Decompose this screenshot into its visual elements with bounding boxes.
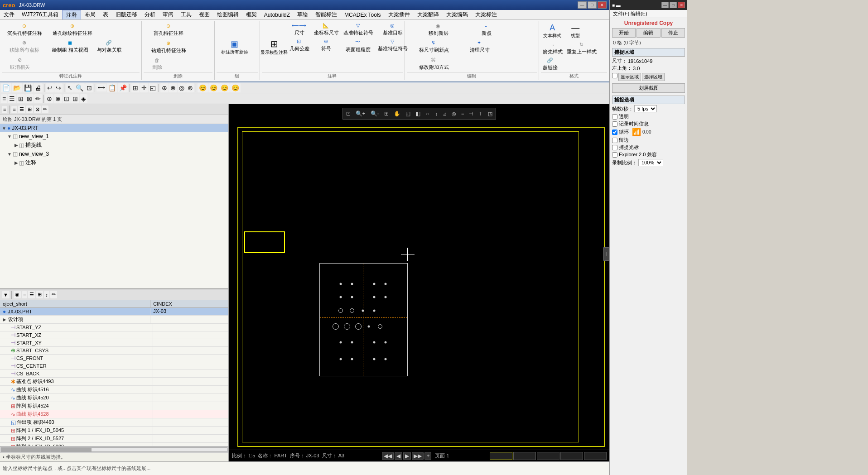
tb-more2[interactable]: ⊗ bbox=[169, 83, 177, 92]
menu-file[interactable]: 文件 bbox=[0, 10, 18, 19]
table-row-start-yz[interactable]: ⊣ START_YZ bbox=[0, 324, 228, 331]
btn-through-thread[interactable]: ⊕ 通孔螺纹特征注释 bbox=[48, 22, 97, 38]
table-row-cs-back[interactable]: ⊣ CS_BACK bbox=[0, 370, 228, 378]
tb-undo[interactable]: ↩ bbox=[46, 83, 54, 92]
fps-select[interactable]: 5 fps bbox=[634, 105, 657, 112]
canvas-btn-dim8[interactable]: ◳ bbox=[486, 109, 495, 118]
menu-review[interactable]: 审阅 bbox=[159, 10, 177, 19]
tb2-list1[interactable]: ≡ bbox=[1, 94, 7, 103]
canvas-btn-dim7[interactable]: ⊤ bbox=[476, 109, 485, 118]
tb-more3[interactable]: ◎ bbox=[178, 83, 186, 92]
canvas-btn-dim3[interactable]: ⊿ bbox=[440, 109, 449, 118]
tb-zoom-in[interactable]: 🔍 bbox=[74, 83, 85, 92]
tb-smiley4[interactable]: 😊 bbox=[230, 83, 241, 92]
canvas-btn-dim1[interactable]: ↔ bbox=[423, 109, 433, 118]
table-row-start-csys[interactable]: ⊕ START_CSYS bbox=[0, 347, 228, 355]
btn-line-type[interactable]: —线型 bbox=[564, 22, 587, 40]
ptb2-list4[interactable]: ⊞ bbox=[36, 291, 43, 298]
ptb2-icon1[interactable]: ▼ bbox=[2, 291, 10, 298]
btn-show-model-annot[interactable]: ⊞ 显示模型注释 bbox=[262, 22, 287, 72]
btn-cleanup-dim[interactable]: ✦清理尺寸 bbox=[462, 38, 498, 55]
thumb-4[interactable] bbox=[560, 452, 583, 460]
btn-draw-group[interactable]: ◼ 绘制组 相关视图 bbox=[48, 38, 93, 55]
tb2-list5[interactable]: ✏ bbox=[34, 94, 42, 103]
tb2-list3[interactable]: ⊞ bbox=[17, 94, 25, 103]
close-btn[interactable]: ✕ bbox=[598, 1, 607, 9]
menu-frame[interactable]: 框架 bbox=[242, 10, 260, 19]
ptb-icon1[interactable]: ≡ bbox=[2, 106, 7, 113]
tree-arrow-design[interactable]: ▶ bbox=[3, 317, 6, 322]
menu-autobuildz[interactable]: AutobuildZ bbox=[260, 11, 294, 19]
canvas-btn-zoomin[interactable]: 🔍+ bbox=[353, 109, 368, 118]
btn-new-point[interactable]: •新点 bbox=[471, 22, 502, 38]
table-row-start-xy[interactable]: ⊣ START_XY bbox=[0, 339, 228, 347]
tb2-more1[interactable]: ⊕ bbox=[45, 94, 53, 103]
tree-item-jx03prt[interactable]: ▼ ● JX-03.PRT bbox=[0, 124, 228, 132]
border-cb[interactable] bbox=[612, 138, 617, 143]
table-row-arr2[interactable]: ⊞ 阵列 2 / IFX_ID_5527 bbox=[0, 435, 228, 443]
page-prev-btn[interactable]: ◀ bbox=[395, 452, 402, 460]
mini-menu-file[interactable]: 文件(F) 编辑(E) bbox=[610, 10, 650, 18]
ptb-edit[interactable]: ✏ bbox=[42, 106, 48, 113]
log-cb[interactable] bbox=[612, 121, 617, 127]
menu-migrate[interactable]: 旧版迁移 bbox=[112, 10, 141, 19]
mini-close-btn[interactable]: ✕ bbox=[678, 2, 685, 8]
thumb-5[interactable] bbox=[584, 452, 607, 460]
ptb-list2[interactable]: ☰ bbox=[18, 106, 25, 113]
canvas-btn-zoomout[interactable]: 🔍- bbox=[368, 109, 381, 118]
canvas-btn-dim4[interactable]: ◎ bbox=[449, 109, 458, 118]
page-next-btn[interactable]: ▶ bbox=[403, 452, 411, 460]
transparent-cb[interactable] bbox=[612, 114, 617, 120]
ptb2-list2[interactable]: ≡ bbox=[22, 291, 27, 298]
tree-item-new-view-1[interactable]: ▼ ◫ new_view_1 bbox=[0, 132, 228, 140]
menu-layout[interactable]: 布局 bbox=[81, 10, 99, 19]
btn-datum-target[interactable]: ◎基准目标 bbox=[376, 22, 410, 37]
btn-start[interactable]: 开始 bbox=[612, 28, 636, 38]
canvas-btn-dim6[interactable]: ⊣ bbox=[467, 109, 476, 118]
thumb-1[interactable] bbox=[490, 452, 512, 460]
select-area-btn[interactable]: 选择区域 bbox=[642, 73, 665, 81]
menu-beam-code[interactable]: 大梁编码 bbox=[443, 10, 472, 19]
table-row-cs-front[interactable]: ⊣ CS_FRONT bbox=[0, 355, 228, 362]
thumb-2[interactable] bbox=[513, 452, 536, 460]
mini-min-btn[interactable]: — bbox=[661, 2, 669, 8]
canvas-btn-zoomfit[interactable]: ⊡ bbox=[344, 109, 353, 118]
tb-new[interactable]: 📄 bbox=[1, 83, 11, 92]
tb2-more4[interactable]: ⊞ bbox=[71, 94, 79, 103]
table-row-curve-4520[interactable]: ∿ 曲线 标识4520 bbox=[0, 394, 228, 402]
btn-blind-hole[interactable]: ⊙ 盲孔特征注释 bbox=[144, 22, 193, 38]
btn-coord-dim[interactable]: 📐坐标标尺寸 bbox=[312, 22, 341, 37]
page-last-btn[interactable]: ▶▶ bbox=[412, 452, 424, 460]
canvas-btn-view[interactable]: ◧ bbox=[413, 109, 423, 118]
btn-countersunk[interactable]: ⊙ 沉头孔特征注释 bbox=[2, 22, 47, 38]
ptb-table[interactable]: ⊠ bbox=[34, 106, 41, 113]
tb2-more5[interactable]: ◈ bbox=[80, 94, 87, 103]
tb-redo[interactable]: ↪ bbox=[54, 83, 63, 92]
btn-edit-rec[interactable]: 编辑 bbox=[637, 28, 660, 38]
menu-beam-trans[interactable]: 大梁翻译 bbox=[414, 10, 443, 19]
btn-associate[interactable]: 🔗 与对象关联 bbox=[93, 38, 125, 55]
canvas-btn-dim2[interactable]: ↕ bbox=[433, 109, 440, 118]
canvas-btn-pan[interactable]: ✋ bbox=[391, 109, 403, 118]
btn-symbol[interactable]: ⊛符号 bbox=[312, 38, 341, 53]
thumb-3[interactable] bbox=[537, 452, 559, 460]
tree-item-annotation[interactable]: ▶ ◫ 注释 bbox=[0, 158, 228, 168]
tb-print[interactable]: 🖨 bbox=[34, 83, 43, 92]
tb2-more2[interactable]: ⊗ bbox=[54, 94, 62, 103]
menu-beam-plugin[interactable]: 大梁插件 bbox=[385, 10, 414, 19]
canvas-area[interactable]: ⊡ 🔍+ 🔍- ⊞ ✋ ◱ ◧ ↔ ↕ ⊿ ◎ ≡ ⊣ ⊤ ◳ bbox=[229, 104, 609, 461]
menu-wjt[interactable]: WJT276工具箱 bbox=[18, 10, 62, 19]
right-resize-handle[interactable]: | bbox=[603, 247, 609, 261]
menu-mcadex[interactable]: MCADEx Tools bbox=[341, 11, 384, 19]
btn-geo-tol[interactable]: ⊡几何公差 bbox=[288, 38, 311, 53]
btn-delete[interactable]: 🗑 删除 bbox=[144, 56, 171, 72]
table-row-cs-center[interactable]: ⊣ CS_CENTER bbox=[0, 362, 228, 370]
minimize-btn[interactable]: — bbox=[578, 1, 587, 9]
btn-dim-to-new-point[interactable]: ↯标尺寸到新点 bbox=[407, 38, 461, 55]
btn-datum-feat-sym2[interactable]: ▽基准特征符号 bbox=[376, 38, 410, 53]
table-row-datum-point[interactable]: ✱ 基准点 标识4493 bbox=[0, 378, 228, 386]
ptb-grid[interactable]: ⊞ bbox=[26, 106, 33, 113]
tb-copy[interactable]: 📋 bbox=[107, 83, 117, 92]
btn-mark-new1[interactable]: ▣ 标注所有新添 bbox=[217, 22, 253, 72]
menu-annotation[interactable]: 注释 bbox=[62, 10, 81, 20]
